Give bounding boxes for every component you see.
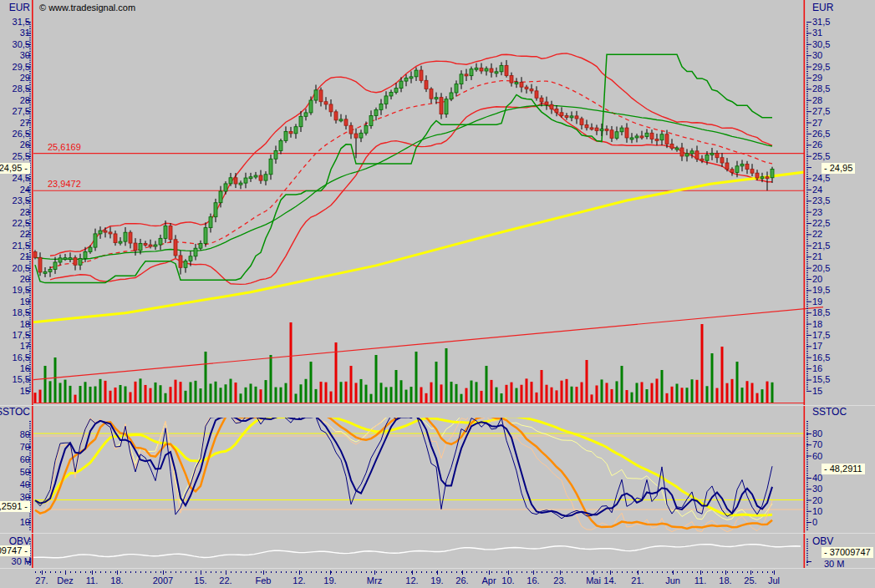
volume-bar — [571, 387, 573, 403]
y-label-right: 28 — [812, 95, 822, 106]
candle-body — [420, 70, 423, 80]
sstoc-tick-minor-right — [806, 457, 808, 458]
candle-body — [740, 165, 744, 166]
y-label-left: 30,5 — [13, 39, 30, 50]
volume-bar — [74, 395, 77, 403]
candle-body — [490, 68, 493, 72]
candle-body — [705, 155, 709, 161]
volume-bar — [671, 387, 674, 403]
y-label-right: 26 — [812, 139, 822, 150]
volume-bar — [69, 386, 72, 403]
volume-bar — [450, 382, 453, 403]
sstoc-plot[interactable] — [33, 411, 804, 531]
main-price-plot[interactable] — [33, 53, 805, 403]
tick-minor-right — [806, 312, 808, 313]
tick-minor-right — [806, 286, 808, 286]
x-tick-minor — [216, 571, 216, 573]
obv-value-badge-right: - 37009747 — [822, 547, 873, 558]
volume-bar — [621, 366, 623, 403]
tick-minor-right — [806, 196, 808, 197]
x-tick-minor — [236, 571, 237, 573]
tick-minor-right — [806, 308, 808, 309]
tick-minor-right — [806, 114, 808, 114]
tick-minor-right — [806, 134, 808, 134]
x-tick-major — [700, 570, 701, 575]
volume-bar — [465, 388, 468, 403]
tick-minor-right — [806, 382, 808, 383]
y-label-left: 21 — [20, 251, 30, 262]
sstoc-label-right: 10 — [812, 506, 822, 517]
candle-body — [410, 77, 413, 79]
tick-minor-right — [806, 380, 808, 381]
x-tick-major — [489, 570, 490, 575]
y-label-right: 24 — [812, 185, 822, 195]
tick-minor-right — [806, 194, 808, 195]
x-tick-minor — [155, 571, 156, 573]
sstoc-tick-minor-right — [806, 469, 808, 469]
candle-body — [149, 245, 152, 246]
volume-bar — [245, 388, 247, 403]
tick-minor-right — [806, 324, 808, 325]
tick-minor-right — [806, 368, 808, 369]
obv-scale-label-left: 30 M — [12, 556, 32, 567]
candle-body — [389, 92, 393, 96]
x-tick-minor — [727, 571, 728, 573]
candle-body — [455, 84, 458, 93]
candle-body — [379, 104, 383, 109]
obv-tick-minor-right — [806, 562, 808, 563]
sstoc-yellow-slow — [35, 415, 772, 515]
x-tick-minor — [451, 571, 452, 573]
sstoc-tick-minor-right — [806, 511, 808, 512]
sstoc-label-right: 0 — [812, 517, 817, 528]
x-tick-minor — [186, 571, 186, 573]
volume-bar — [506, 385, 508, 403]
tick-minor-right — [806, 95, 808, 96]
candle-body — [264, 175, 267, 180]
tick-minor-right — [806, 107, 808, 108]
x-tick-minor — [687, 571, 688, 573]
tick-minor-right — [806, 24, 808, 25]
y-axis-line-right — [804, 0, 806, 569]
x-tick-minor — [547, 571, 547, 573]
tick-minor-right — [806, 87, 808, 88]
volume-bar — [440, 384, 443, 403]
x-tick-minor — [291, 571, 292, 573]
y-label-right: 27 — [812, 118, 822, 129]
tick-minor-right — [806, 154, 808, 155]
candle-body — [369, 116, 373, 126]
axes-and-ticks[interactable] — [0, 0, 875, 575]
x-tick-minor — [677, 571, 678, 573]
candle-body — [540, 98, 543, 102]
panel-separator-1 — [0, 533, 875, 534]
tick-minor-right — [806, 190, 808, 190]
volume-bar — [34, 393, 37, 403]
x-tick-minor — [667, 571, 668, 573]
tick-minor-right — [806, 335, 808, 336]
x-date-label: 12. — [282, 575, 316, 586]
candle-body — [620, 128, 623, 132]
obv-plot[interactable] — [33, 545, 801, 558]
y-label-left: 26,5 — [13, 129, 30, 139]
candle-body — [771, 169, 774, 177]
x-tick-minor — [567, 571, 567, 573]
y-label-right: 18,5 — [812, 307, 830, 318]
tick-minor-right — [806, 51, 808, 52]
x-tick-minor — [296, 571, 297, 573]
x-tick-minor — [702, 571, 703, 573]
y-label-right: 22 — [812, 229, 822, 240]
x-tick-major — [92, 570, 93, 575]
tick-minor-right — [806, 212, 808, 213]
y-label-left: 29 — [20, 73, 30, 84]
tick-minor-right — [806, 297, 808, 298]
candle-body — [189, 256, 192, 261]
tick-minor-right — [806, 123, 808, 124]
volume-bar — [64, 380, 67, 403]
volume-bar — [250, 383, 252, 403]
candle-body — [179, 256, 182, 267]
x-tick-minor — [592, 571, 593, 573]
tick-minor-right — [806, 355, 808, 356]
candle-body — [174, 240, 177, 256]
volume-bar — [265, 380, 267, 403]
volume-bar — [175, 380, 177, 403]
candle-body — [595, 128, 598, 130]
